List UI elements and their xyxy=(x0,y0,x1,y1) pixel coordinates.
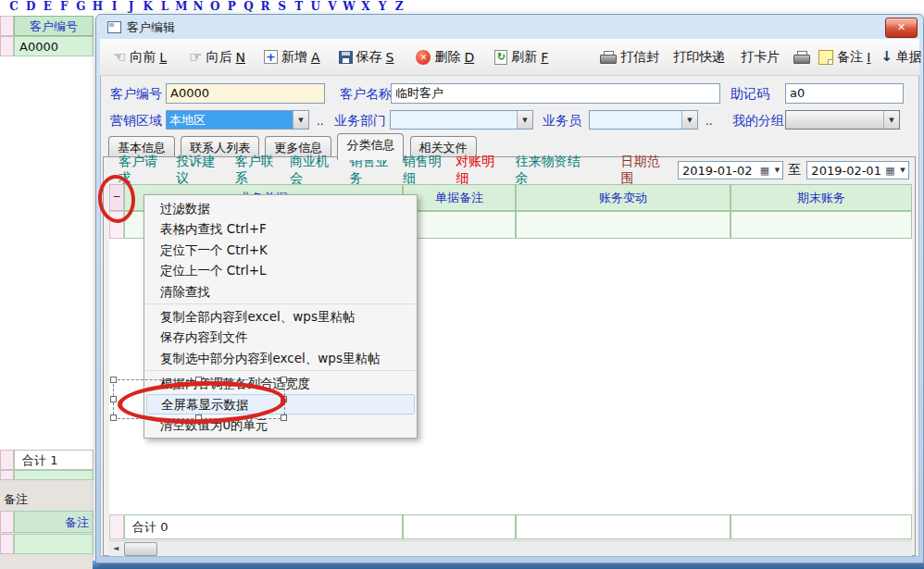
alphabet-letter[interactable]: F xyxy=(56,0,72,14)
menu-item-clear-search[interactable]: 清除查找 xyxy=(144,281,417,302)
link-customer-contact[interactable]: 客户联系 xyxy=(235,154,284,187)
voucher-button[interactable]: ↓ 单据 xyxy=(880,49,922,66)
menu-item-locate-prev[interactable]: 定位上一个 Ctrl+L xyxy=(144,260,417,280)
print-card-button[interactable]: 打卡片 xyxy=(741,49,780,66)
region-combo[interactable]: 本地区 ▼ xyxy=(166,110,309,130)
chevron-down-icon[interactable]: ▼ xyxy=(681,111,697,129)
customer-no-input[interactable]: A0000 xyxy=(166,83,325,104)
horizontal-scrollbar[interactable]: ◄ xyxy=(109,540,912,556)
note-label: 备注 xyxy=(837,49,863,66)
column-header-doc-remark[interactable]: 单据备注 xyxy=(403,184,516,211)
print-stack-button[interactable] xyxy=(793,51,810,64)
selection-handle[interactable] xyxy=(281,377,287,383)
note-button[interactable]: 备注I xyxy=(818,49,870,66)
selection-handle[interactable] xyxy=(281,414,287,421)
chevron-down-icon[interactable]: ▼ xyxy=(293,111,308,129)
link-complaint[interactable]: 投诉建议 xyxy=(176,154,225,187)
dialog-title: 客户编辑 xyxy=(127,19,175,36)
alphabet-letter[interactable]: R xyxy=(256,0,273,14)
alphabet-letter[interactable]: Z xyxy=(391,0,407,14)
menu-item-locate-next[interactable]: 定位下一个 Ctrl+K xyxy=(144,240,417,260)
alphabet-letter[interactable]: T xyxy=(291,0,307,14)
selection-handle[interactable] xyxy=(110,414,117,421)
dept-combo[interactable]: ▼ xyxy=(390,110,533,130)
alphabet-letter[interactable]: U xyxy=(307,0,324,14)
date-range-label: 日期范围 xyxy=(621,154,670,187)
date-from-picker[interactable]: 2019-01-02 ▦ ▼ xyxy=(678,161,783,179)
dialog-titlebar: 客户编辑 ✕ xyxy=(96,15,923,39)
printer-stack-icon xyxy=(793,51,810,64)
menu-item-copy-selection-to-excel[interactable]: 复制选中部分内容到excel、wps里粘帖 xyxy=(144,348,417,368)
add-button[interactable]: + 新增A xyxy=(264,49,320,66)
add-icon: + xyxy=(264,50,278,64)
alphabet-letter[interactable]: N xyxy=(190,0,206,14)
parent-row-indicator-header xyxy=(0,16,14,36)
date-from-value: 2019-01-02 xyxy=(679,164,757,178)
scrollbar-thumb[interactable] xyxy=(124,542,157,556)
refresh-button[interactable]: ↻ 刷新F xyxy=(494,49,548,66)
chevron-down-icon[interactable]: ▼ xyxy=(897,167,908,174)
alphabet-letter[interactable]: J xyxy=(123,0,140,14)
menu-item-save-to-file[interactable]: 保存内容到文件 xyxy=(144,327,417,347)
save-button[interactable]: 保存S xyxy=(339,49,394,66)
save-label: 保存 xyxy=(356,49,382,66)
chevron-down-icon[interactable]: ▼ xyxy=(883,111,899,129)
salesman-label: 业务员 xyxy=(543,110,581,130)
alphabet-letter[interactable]: D xyxy=(22,0,39,14)
link-business-opportunity[interactable]: 商业机会 xyxy=(290,154,339,187)
date-to-picker[interactable]: 2019-02-01 ▦ ▼ xyxy=(806,161,909,179)
alphabet-letter[interactable]: V xyxy=(324,0,341,14)
parent-cell-customer-no[interactable]: A0000 xyxy=(14,36,94,56)
link-reconciliation-detail[interactable]: 对账明细 xyxy=(456,154,505,187)
next-button[interactable]: ☞ 向后N xyxy=(189,49,245,66)
mnemonic-label: 助记码 xyxy=(730,83,769,104)
chevron-down-icon[interactable]: ▼ xyxy=(517,111,532,129)
region-lookup-button[interactable]: .. xyxy=(317,115,324,128)
grid-total-cell xyxy=(516,514,730,539)
alphabet-letter[interactable]: O xyxy=(206,0,223,14)
alphabet-letter[interactable]: Y xyxy=(374,0,391,14)
alphabet-letter[interactable]: G xyxy=(72,0,89,14)
column-header-account-change[interactable]: 账务变动 xyxy=(516,184,730,211)
prev-button[interactable]: ☜ 向前L xyxy=(113,49,167,66)
print-express-label: 打印快递 xyxy=(673,49,725,66)
parent-column-header-customer-no[interactable]: 客户编号 xyxy=(14,16,94,36)
link-material-balance[interactable]: 往来物资结余 xyxy=(516,154,590,187)
salesman-combo[interactable]: ▼ xyxy=(589,110,698,130)
selection-handle[interactable] xyxy=(110,396,117,402)
chevron-down-icon[interactable]: ▼ xyxy=(771,167,782,174)
close-button[interactable]: ✕ xyxy=(885,18,918,38)
group-label: 我的分组 xyxy=(732,110,784,130)
menu-item-find-in-table[interactable]: 表格内查找 Ctrl+F xyxy=(144,218,417,239)
alphabet-letter[interactable]: W xyxy=(341,0,357,14)
print-card-label: 打卡片 xyxy=(741,49,780,66)
alphabet-letter[interactable]: L xyxy=(156,0,173,14)
mnemonic-input[interactable]: a0 xyxy=(785,83,904,104)
tab-category-info[interactable]: 分类信息 xyxy=(337,133,404,160)
printer-icon xyxy=(600,51,617,64)
menu-item-copy-all-to-excel[interactable]: 复制全部内容到excel、wps里粘帖 xyxy=(144,306,417,327)
sub-link-row: 客户请求 投诉建议 客户联系 商业机会 销售业务 销售明细 对账明细 往来物资结… xyxy=(104,158,909,182)
alphabet-letter[interactable]: K xyxy=(140,0,156,14)
alphabet-letter[interactable]: X xyxy=(357,0,374,14)
print-express-button[interactable]: 打印快递 xyxy=(673,49,725,66)
alphabet-letter[interactable]: Q xyxy=(240,0,256,14)
alphabet-letter[interactable]: H xyxy=(89,0,106,14)
alphabet-letter[interactable]: E xyxy=(39,0,56,14)
customer-name-input[interactable]: 临时客户 xyxy=(391,83,720,104)
link-sales-detail[interactable]: 销售明细 xyxy=(403,154,452,187)
alphabet-letter[interactable]: S xyxy=(274,0,291,14)
menu-item-filter-data[interactable]: 过滤数据 xyxy=(144,198,417,218)
print-envelope-button[interactable]: 打信封 xyxy=(600,49,659,66)
parent-total-row-indicator xyxy=(0,450,14,470)
group-combo[interactable]: ▼ xyxy=(785,110,900,130)
scroll-left-arrow[interactable]: ◄ xyxy=(109,542,122,555)
alphabet-letter[interactable]: P xyxy=(223,0,240,14)
column-header-ending-balance[interactable]: 期末账务 xyxy=(730,184,912,211)
alphabet-letter[interactable]: M xyxy=(173,0,190,14)
alphabet-letter[interactable]: C xyxy=(6,0,22,14)
alphabet-letter[interactable]: I xyxy=(106,0,123,14)
salesman-lookup-button[interactable]: .. xyxy=(705,115,713,128)
selection-handle[interactable] xyxy=(110,377,117,383)
delete-button[interactable]: ✕ 删除D xyxy=(416,49,474,66)
